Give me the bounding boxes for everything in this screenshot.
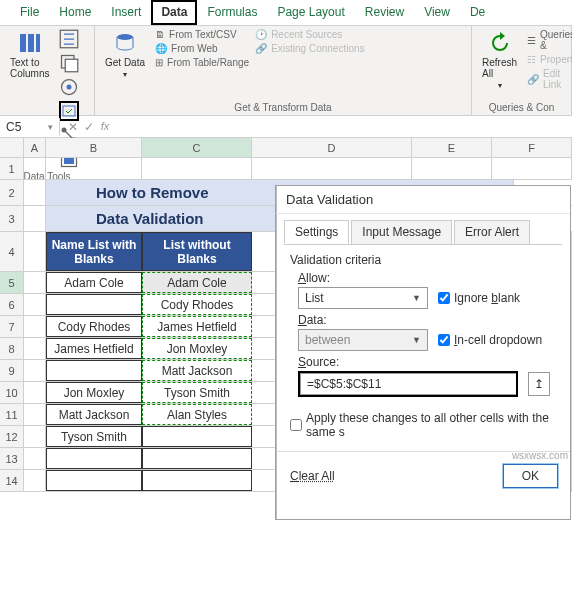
dialog-title: Data Validation (276, 186, 570, 214)
header-name-list[interactable]: Name List with Blanks (46, 232, 142, 271)
from-table-range[interactable]: ⊞From Table/Range (155, 57, 249, 68)
dialog-tabs: Settings Input Message Error Alert (276, 214, 570, 244)
svg-rect-8 (63, 106, 75, 116)
remove-duplicates-icon[interactable] (59, 53, 79, 73)
svg-rect-1 (28, 34, 34, 52)
svg-point-13 (117, 34, 133, 40)
watermark: wsxwsx.com (512, 450, 568, 461)
range-picker-button[interactable]: ↥ (528, 372, 550, 396)
fx-icon[interactable]: fx (98, 120, 112, 134)
tab-error-alert[interactable]: Error Alert (454, 220, 530, 244)
data-validation-button[interactable] (59, 101, 79, 121)
select-all-corner[interactable] (0, 138, 24, 157)
chevron-down-icon: ▼ (412, 293, 421, 303)
col-header-f[interactable]: F (492, 138, 572, 157)
allow-label: Allow: (298, 271, 556, 285)
tab-file[interactable]: File (10, 0, 49, 25)
source-label: Source: (298, 355, 556, 369)
recent-icon: 🕑 (255, 29, 267, 40)
tab-input-message[interactable]: Input Message (351, 220, 452, 244)
group-get-transform: Get Data ▾ 🗎From Text/CSV 🌐From Web ⊞Fro… (95, 26, 472, 115)
text-to-columns-button[interactable]: Text to Columns (6, 29, 53, 81)
col-header-b[interactable]: B (46, 138, 142, 157)
tab-insert[interactable]: Insert (101, 0, 151, 25)
refresh-all-button[interactable]: Refresh All ▾ (478, 29, 521, 92)
name-box[interactable]: C5 ▾ (0, 118, 60, 136)
enter-icon: ✓ (82, 120, 96, 134)
chevron-down-icon[interactable]: ▾ (48, 122, 53, 132)
editlink-icon: 🔗 (527, 74, 539, 85)
existing-connections[interactable]: 🔗Existing Connections (255, 43, 364, 54)
conn-icon: 🔗 (255, 43, 267, 54)
formula-bar-buttons: ✕ ✓ fx (60, 120, 118, 134)
properties[interactable]: ☷Propertie (527, 54, 572, 65)
svg-rect-5 (66, 59, 79, 72)
chevron-down-icon: ▼ (412, 335, 421, 345)
group-queries: Refresh All ▾ ☰Queries & ☷Propertie 🔗Edi… (472, 26, 572, 115)
dialog-body: Validation criteria Allow: List ▼ Ignore… (284, 244, 562, 447)
incell-dropdown-checkbox[interactable]: In-cell dropdown (438, 333, 542, 347)
group-label-get-transform: Get & Transform Data (101, 100, 465, 113)
tab-page-layout[interactable]: Page Layout (267, 0, 354, 25)
data-validation-dialog: Data Validation Settings Input Message E… (275, 185, 571, 520)
from-web[interactable]: 🌐From Web (155, 43, 249, 54)
data-select: between ▼ (298, 329, 428, 351)
group-label-queries: Queries & Con (478, 100, 565, 113)
tab-home[interactable]: Home (49, 0, 101, 25)
from-text-csv[interactable]: 🗎From Text/CSV (155, 29, 249, 40)
edit-links[interactable]: 🔗Edit Link (527, 68, 572, 90)
column-headers: A B C D E F (0, 138, 572, 158)
formula-bar-input[interactable] (118, 125, 572, 129)
ok-button[interactable]: OK (503, 464, 558, 488)
row-1: 1 (0, 158, 572, 180)
clear-all-button[interactable]: Clear All (290, 469, 335, 483)
consolidate-icon[interactable] (59, 77, 79, 97)
dialog-footer: Clear All OK (276, 456, 570, 498)
svg-rect-0 (20, 34, 26, 52)
ignore-blank-checkbox[interactable]: Ignore blank (438, 291, 520, 305)
allow-select[interactable]: List ▼ (298, 287, 428, 309)
tab-formulas[interactable]: Formulas (197, 0, 267, 25)
flash-fill-icon[interactable] (59, 29, 79, 49)
tab-developer[interactable]: De (460, 0, 495, 25)
cancel-icon: ✕ (66, 120, 80, 134)
data-label: Data: (298, 313, 556, 327)
tab-review[interactable]: Review (355, 0, 414, 25)
ribbon-tabs: File Home Insert Data Formulas Page Layo… (0, 0, 572, 26)
queries-conns[interactable]: ☰Queries & (527, 29, 572, 51)
cell-c5[interactable]: Adam Cole (142, 272, 252, 293)
validation-criteria-label: Validation criteria (290, 253, 556, 267)
ribbon-content: Text to Columns Data Tools Get Data ▾ 🗎F… (0, 26, 572, 116)
source-input-wrap: =$C$5:$C$11 (298, 371, 518, 397)
svg-point-7 (67, 85, 72, 90)
queries-icon: ☰ (527, 35, 536, 46)
apply-changes-checkbox[interactable]: Apply these changes to all other cells w… (290, 411, 556, 439)
source-input[interactable]: =$C$5:$C$11 (300, 373, 516, 395)
header-list-no-blanks[interactable]: List without Blanks (142, 232, 252, 271)
group-data-tools: Text to Columns Data Tools (0, 26, 95, 115)
tab-settings[interactable]: Settings (284, 220, 349, 244)
tab-view[interactable]: View (414, 0, 460, 25)
col-header-e[interactable]: E (412, 138, 492, 157)
file-icon: 🗎 (155, 29, 165, 40)
recent-sources[interactable]: 🕑Recent Sources (255, 29, 364, 40)
tab-data[interactable]: Data (151, 0, 197, 25)
col-header-d[interactable]: D (252, 138, 412, 157)
web-icon: 🌐 (155, 43, 167, 54)
props-icon: ☷ (527, 54, 536, 65)
col-header-a[interactable]: A (24, 138, 46, 157)
svg-rect-2 (36, 34, 40, 52)
col-header-c[interactable]: C (142, 138, 252, 157)
get-data-button[interactable]: Get Data ▾ (101, 29, 149, 81)
range-picker-icon: ↥ (534, 377, 544, 391)
table-icon: ⊞ (155, 57, 163, 68)
